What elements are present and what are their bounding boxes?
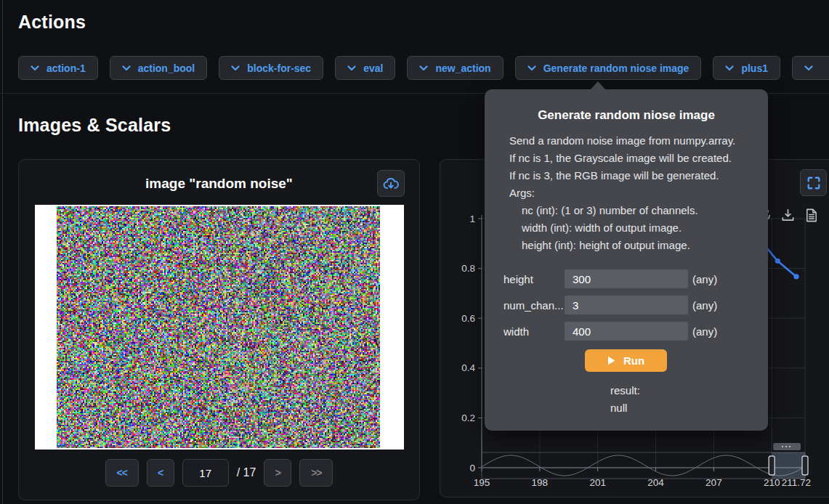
- chart-data-view-button[interactable]: [802, 206, 820, 224]
- result-block: result: null: [610, 382, 640, 417]
- chevron-down-icon: [31, 65, 39, 71]
- height-field[interactable]: [565, 269, 688, 288]
- chart-fullscreen-button[interactable]: [800, 169, 827, 196]
- y-tick-label: 0.6: [461, 313, 475, 324]
- description-arg-line: nc (int): (1 or 3) number of channels.: [509, 202, 768, 219]
- datazoom-track: [482, 452, 805, 479]
- description-line: Args:: [509, 184, 768, 202]
- action-button-action-1[interactable]: action-1: [18, 56, 98, 80]
- action-button-label: Generate random niose image: [543, 62, 690, 74]
- datazoom-window[interactable]: [772, 452, 805, 479]
- datazoom-handle-left[interactable]: [769, 456, 775, 475]
- chevron-down-icon: [725, 65, 734, 71]
- num-channels-field[interactable]: [565, 296, 688, 314]
- chevron-down-icon: [419, 65, 428, 71]
- width-field[interactable]: [565, 322, 688, 341]
- field-type-label: (any): [692, 273, 717, 285]
- images-scalars-heading: Images & Scalars: [18, 115, 171, 136]
- data-view-icon: [804, 208, 819, 223]
- field-type-label: (any): [692, 325, 717, 338]
- grip-dot: [789, 446, 790, 447]
- fullscreen-icon: [806, 176, 821, 190]
- actions-row: action-1 action_bool block-for-sec eval …: [18, 56, 829, 80]
- chevron-down-icon: [347, 65, 356, 71]
- chevron-down-icon: [804, 65, 813, 71]
- field-row-height: height (any): [485, 269, 768, 288]
- image-card-title: image "random noise": [19, 176, 419, 192]
- chart-save-image-button[interactable]: [779, 206, 796, 224]
- run-button-label: Run: [623, 354, 644, 367]
- field-label: width: [504, 325, 565, 338]
- action-button-new-action[interactable]: new_action: [407, 56, 503, 80]
- chevron-down-icon: [527, 65, 536, 71]
- grip-dot: [782, 446, 783, 447]
- field-type-label: (any): [692, 299, 717, 312]
- page-total-label: / 17: [237, 466, 256, 479]
- action-button-label: plus1: [741, 62, 768, 74]
- y-tick-label: 0: [469, 463, 475, 473]
- action-button-label: block-for-sec: [247, 62, 311, 74]
- chevron-down-icon: [122, 65, 131, 71]
- y-tick-label: 0.4: [461, 362, 475, 373]
- y-tick-label: 0.2: [461, 412, 475, 423]
- action-button-block-for-sec[interactable]: block-for-sec: [219, 56, 323, 80]
- next-page-button[interactable]: >: [264, 459, 291, 487]
- action-button-eval[interactable]: eval: [335, 56, 395, 80]
- field-label: num_chan...: [504, 299, 565, 312]
- run-button[interactable]: Run: [585, 349, 667, 372]
- play-icon: [607, 356, 615, 365]
- y-tick-label: 1: [469, 214, 475, 224]
- result-value: null: [610, 399, 640, 417]
- scroll-edge: [2, 0, 3, 504]
- datazoom-handle-right[interactable]: [802, 456, 808, 475]
- action-button-action-bool[interactable]: action_bool: [110, 56, 208, 80]
- grip-dot: [785, 446, 787, 447]
- description-arg-line: width (int): width of output image.: [509, 219, 768, 237]
- action-button-label: new_action: [435, 62, 490, 74]
- image-frame: [35, 205, 404, 450]
- popup-title: Generate random niose image: [485, 108, 768, 123]
- image-card: image "random noise" << < / 17 > >>: [18, 159, 420, 500]
- image-pagination: << < / 17 > >>: [19, 459, 419, 487]
- last-page-button[interactable]: >>: [299, 459, 333, 487]
- chevron-down-icon: [231, 65, 240, 71]
- actions-heading: Actions: [18, 12, 86, 33]
- field-row-num-channels: num_chan... (any): [485, 296, 768, 314]
- datazoom-preview-line: [482, 455, 805, 476]
- y-tick-label: 0.8: [461, 263, 475, 274]
- popup-fields: height (any) num_chan... (any) width (an…: [485, 269, 768, 348]
- data-point[interactable]: [793, 274, 798, 279]
- action-button-partial[interactable]: [792, 56, 829, 80]
- description-line: If nc is 1, the Grayscale image will be …: [509, 150, 768, 167]
- action-button-label: action-1: [46, 62, 86, 74]
- action-button-plus1[interactable]: plus1: [713, 56, 780, 80]
- data-point[interactable]: [775, 259, 780, 264]
- image-download-button[interactable]: [377, 170, 405, 197]
- result-label: result:: [610, 382, 640, 399]
- previous-page-button[interactable]: <: [147, 459, 174, 487]
- description-line: If nc is 3, the RGB image will be genera…: [509, 167, 768, 184]
- action-button-label: eval: [363, 62, 383, 74]
- action-button-label: action_bool: [138, 62, 195, 74]
- popup-description: Send a random noise image from numpy.arr…: [509, 132, 768, 254]
- page-number-input[interactable]: [182, 459, 229, 487]
- field-label: height: [504, 273, 565, 285]
- action-button-generate-random-niose-image[interactable]: Generate random niose image: [515, 56, 702, 80]
- description-line: Send a random noise image from numpy.arr…: [509, 132, 768, 150]
- field-row-width: width (any): [485, 322, 768, 341]
- random-noise-image: [57, 206, 380, 448]
- description-arg-line: height (int): height of output image.: [509, 237, 768, 254]
- action-popup: Generate random niose image Send a rando…: [485, 89, 768, 431]
- cloud-download-icon: [383, 176, 399, 191]
- first-page-button[interactable]: <<: [105, 459, 139, 487]
- save-image-icon: [780, 208, 796, 223]
